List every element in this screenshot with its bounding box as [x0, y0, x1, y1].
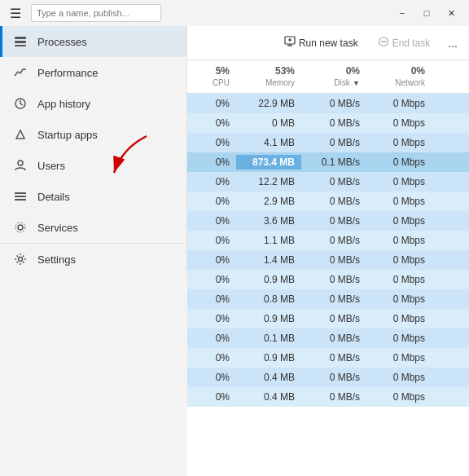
cell-network: 0 Mbps: [366, 155, 432, 170]
apphistory-icon: [13, 96, 28, 111]
cell-disk: 0 MB/s: [301, 214, 366, 228]
sidebar-item-performance[interactable]: Performance: [0, 57, 186, 88]
end-task-button[interactable]: End task: [371, 33, 437, 53]
cell-network: 0 Mbps: [366, 116, 432, 130]
table-row[interactable]: 0% 0.4 MB 0 MB/s 0 Mbps: [187, 368, 469, 387]
sidebar-item-startupapps[interactable]: Startup apps: [0, 119, 186, 150]
cell-disk: 0.1 MB/s: [301, 155, 366, 170]
cell-memory: 0.4 MB: [236, 390, 301, 404]
processes-icon: [13, 34, 28, 49]
cell-memory: 22.9 MB: [236, 96, 301, 111]
table-row[interactable]: 0% 0.9 MB 0 MB/s 0 Mbps: [187, 348, 469, 368]
table-row[interactable]: 0% 3.6 MB 0 MB/s 0 Mbps: [187, 211, 469, 231]
cell-cpu: 0%: [187, 135, 236, 150]
cell-disk: 0 MB/s: [301, 331, 366, 346]
table-row[interactable]: 0% 4.1 MB 0 MB/s 0 Mbps: [187, 133, 469, 152]
cell-memory: 1.4 MB: [236, 253, 301, 267]
cell-memory: 0.8 MB: [236, 292, 301, 306]
cell-disk: 0 MB/s: [301, 96, 366, 111]
titlebar-controls: − □ ✕: [391, 2, 462, 24]
cell-memory: 0.1 MB: [236, 331, 301, 346]
cell-network: 0 Mbps: [366, 311, 432, 326]
sidebar-item-users[interactable]: Users: [0, 150, 186, 181]
col-header-memory[interactable]: 53%Memory: [236, 65, 301, 88]
maximize-button[interactable]: □: [415, 2, 438, 24]
table-row[interactable]: 0% 0.9 MB 0 MB/s 0 Mbps: [187, 270, 469, 289]
cell-cpu: 0%: [187, 272, 236, 287]
sidebar-item-apphistory[interactable]: App history: [0, 88, 186, 119]
col-header-cpu[interactable]: 5%CPU: [187, 65, 236, 88]
cell-disk: 0 MB/s: [301, 370, 366, 385]
svg-rect-6: [15, 196, 26, 197]
table-row[interactable]: 0% 12.2 MB 0 MB/s 0 Mbps: [187, 172, 469, 192]
table-row[interactable]: 0% 2.9 MB 0 MB/s 0 Mbps: [187, 192, 469, 211]
cell-cpu: 0%: [187, 155, 236, 170]
cell-memory: 2.9 MB: [236, 194, 301, 209]
table-row[interactable]: 0% 0.9 MB 0 MB/s 0 Mbps: [187, 309, 469, 328]
table-row[interactable]: 0% 0.8 MB 0 MB/s 0 Mbps: [187, 289, 469, 309]
cell-disk: 0 MB/s: [301, 311, 366, 326]
more-options-button[interactable]: ...: [443, 33, 462, 53]
performance-icon: [13, 65, 28, 80]
content-area: Run new task End task ... 5%CPU53%Memory…: [187, 26, 469, 476]
cell-cpu: 0%: [187, 174, 236, 189]
cell-disk: 0 MB/s: [301, 194, 366, 209]
svg-rect-2: [15, 45, 26, 46]
cell-disk: 0 MB/s: [301, 253, 366, 267]
cell-network: 0 Mbps: [366, 331, 432, 346]
cell-cpu: 0%: [187, 292, 236, 306]
cell-cpu: 0%: [187, 390, 236, 404]
sidebar-item-services[interactable]: Services: [0, 212, 186, 243]
main-container: Processes Performance App history: [0, 26, 469, 476]
table-row[interactable]: 0% 1.1 MB 0 MB/s 0 Mbps: [187, 231, 469, 250]
details-icon: [13, 189, 28, 204]
cell-cpu: 0%: [187, 233, 236, 248]
cell-memory: 873.4 MB: [236, 155, 301, 170]
titlebar: ☰ − □ ✕: [0, 0, 469, 26]
sidebar-item-services-label: Services: [37, 222, 78, 234]
col-header-network[interactable]: 0%Network: [366, 65, 432, 88]
table-row[interactable]: 0% 0.4 MB 0 MB/s 0 Mbps: [187, 387, 469, 407]
run-task-icon: [284, 36, 296, 50]
sidebar-bottom: Settings: [0, 243, 186, 275]
cell-memory: 0.9 MB: [236, 311, 301, 326]
cell-cpu: 0%: [187, 350, 236, 365]
sidebar-item-details-label: Details: [37, 191, 70, 203]
close-button[interactable]: ✕: [440, 2, 462, 24]
table-row[interactable]: 0% 0.1 MB 0 MB/s 0 Mbps: [187, 328, 469, 348]
cell-cpu: 0%: [187, 116, 236, 130]
sidebar-item-details[interactable]: Details: [0, 181, 186, 212]
minimize-button[interactable]: −: [391, 2, 414, 24]
sidebar-item-startupapps-label: Startup apps: [37, 129, 98, 141]
table-row[interactable]: 0% 1.4 MB 0 MB/s 0 Mbps: [187, 250, 469, 270]
table-row[interactable]: 0% 873.4 MB 0.1 MB/s 0 Mbps: [187, 152, 469, 172]
table-row[interactable]: 0% 0 MB 0 MB/s 0 Mbps: [187, 113, 469, 133]
cell-disk: 0 MB/s: [301, 116, 366, 130]
cell-disk: 0 MB/s: [301, 390, 366, 404]
cell-disk: 0 MB/s: [301, 350, 366, 365]
cell-network: 0 Mbps: [366, 350, 432, 365]
cell-memory: 0 MB: [236, 116, 301, 130]
table-row[interactable]: 0% 22.9 MB 0 MB/s 0 Mbps: [187, 94, 469, 113]
svg-rect-1: [15, 41, 26, 43]
run-new-task-button[interactable]: Run new task: [278, 33, 365, 53]
sidebar-item-processes[interactable]: Processes: [0, 26, 186, 57]
sidebar: Processes Performance App history: [0, 26, 187, 275]
cell-network: 0 Mbps: [366, 292, 432, 306]
table-header: 5%CPU53%Memory0%Disk ▼0%Network: [187, 60, 469, 94]
svg-point-4: [18, 161, 23, 165]
search-input[interactable]: [31, 4, 161, 22]
cell-disk: 0 MB/s: [301, 292, 366, 306]
cell-disk: 0 MB/s: [301, 174, 366, 189]
cell-cpu: 0%: [187, 370, 236, 385]
cell-network: 0 Mbps: [366, 370, 432, 385]
sidebar-item-settings[interactable]: Settings: [0, 244, 186, 275]
cell-memory: 0.9 MB: [236, 272, 301, 287]
svg-point-10: [19, 258, 23, 262]
svg-rect-7: [15, 199, 26, 201]
users-icon: [13, 158, 28, 173]
hamburger-icon[interactable]: ☰: [7, 2, 24, 24]
cell-network: 0 Mbps: [366, 214, 432, 228]
col-header-disk[interactable]: 0%Disk ▼: [301, 65, 366, 88]
svg-point-9: [15, 223, 25, 232]
